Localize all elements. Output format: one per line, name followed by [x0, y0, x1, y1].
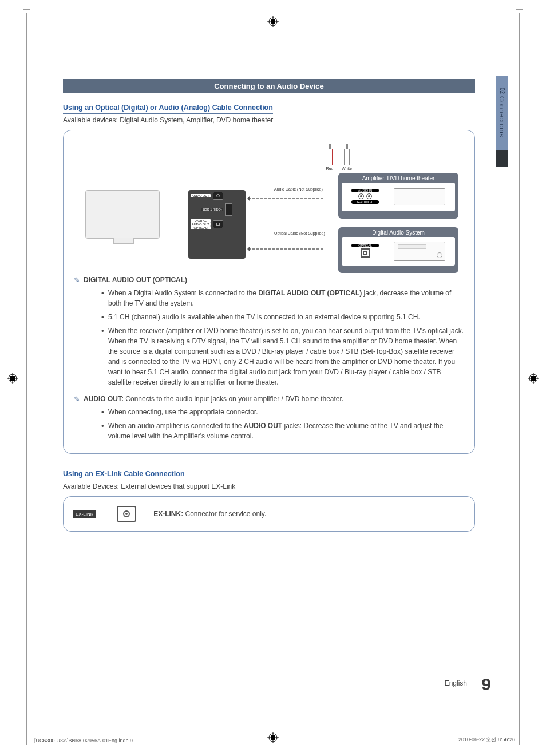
- amplifier-title: Amplifier, DVD home theater: [338, 173, 458, 183]
- crop-mark-right: [528, 373, 539, 384]
- bullet-audio-2: When an audio amplifier is connected to …: [101, 419, 464, 443]
- exlink-port-icon: EX-LINK: [73, 506, 136, 522]
- footer-timestamp: 2010-06-22 오전 8:56:26: [458, 736, 515, 743]
- audio-cable-label: Audio Cable (Not Supplied): [274, 187, 323, 191]
- amplifier-device-box: Amplifier, DVD home theater AUDIO IN R-A…: [338, 173, 458, 219]
- bullet-digital-2: 5.1 CH (channel) audio is available when…: [101, 310, 464, 324]
- audio-cable-line: [248, 198, 323, 199]
- chapter-label: Connections: [498, 96, 505, 137]
- exlink-tag: EX-LINK: [73, 510, 96, 518]
- svg-rect-11: [531, 376, 536, 381]
- trim-tick: [23, 9, 30, 10]
- subheading-exlink: Using an EX-Link Cable Connection: [63, 470, 185, 480]
- connection-diagram: Red White AUDIO OUT USB 1 (HDD) DIGITAL …: [74, 138, 464, 270]
- exlink-panel: EX-LINK EX-LINK: Connector for service o…: [63, 496, 475, 532]
- crop-mark-left: [7, 373, 18, 384]
- rca-white-label: White: [342, 167, 352, 171]
- optical-in-label: OPTICAL: [351, 244, 379, 247]
- chapter-number: 02: [499, 88, 505, 94]
- trim-tick: [516, 9, 523, 10]
- optical-out-jack-icon: [213, 220, 223, 228]
- amplifier-equipment-icon: [394, 188, 445, 205]
- svg-rect-7: [10, 376, 15, 381]
- optical-cable-line: [248, 248, 323, 250]
- chapter-tab: 02 Connections: [496, 76, 508, 167]
- footer-page-number: 9: [481, 675, 491, 694]
- audio-out-jack-icon: [213, 192, 223, 200]
- note-icon: ✎: [74, 395, 80, 403]
- das-equipment-icon: [394, 242, 445, 261]
- section-header-bar: Connecting to an Audio Device: [63, 79, 475, 93]
- footer-filename: [UC6300-USA]BN68-02956A-01Eng.indb 9: [34, 738, 133, 743]
- footer-language: English: [445, 679, 467, 687]
- audio-in-sublabel: R-AUDIO-L: [351, 200, 379, 204]
- das-title: Digital Audio System: [338, 227, 458, 237]
- optical-in-port-icon: [361, 248, 370, 258]
- bullet-audio-1: When connecting, use the appropriate con…: [101, 405, 464, 419]
- tv-ports-block: AUDIO OUT USB 1 (HDD) DIGITAL AUDIO OUT …: [188, 190, 246, 259]
- available-devices-optical: Available devices: Digital Audio System,…: [63, 116, 475, 124]
- tv-icon: [85, 190, 160, 239]
- connection-panel-audio: Red White AUDIO OUT USB 1 (HDD) DIGITAL …: [63, 130, 475, 454]
- note-digital-audio-out: ✎ DIGITAL AUDIO OUT (OPTICAL): [74, 276, 464, 284]
- rca-red-label: Red: [326, 167, 334, 171]
- audio-in-label: AUDIO IN: [351, 189, 379, 192]
- available-devices-exlink: Available Devices: External devices that…: [63, 482, 475, 490]
- bullet-digital-1: When a Digital Audio System is connected…: [101, 286, 464, 310]
- note-audio-out: ✎ AUDIO OUT: Connects to the audio input…: [74, 395, 464, 403]
- optical-cable-label: Optical Cable (Not Supplied): [274, 231, 325, 235]
- subheading-optical: Using an Optical (Digital) or Audio (Ana…: [63, 104, 273, 114]
- exlink-description: EX-LINK: Connector for service only.: [153, 510, 266, 518]
- port-usb-label: USB 1 (HDD): [201, 208, 223, 211]
- note-digital-head: DIGITAL AUDIO OUT (OPTICAL): [84, 276, 187, 284]
- digital-audio-system-box: Digital Audio System OPTICAL: [338, 227, 458, 273]
- rca-plugs-icon: Red White: [326, 144, 351, 171]
- note-icon: ✎: [74, 276, 80, 284]
- port-audio-out-label: AUDIO OUT: [191, 194, 211, 197]
- port-digital-label-3: (OPTICAL): [191, 226, 211, 229]
- bullet-digital-3: When the receiver (amplifier or DVD home…: [101, 324, 464, 389]
